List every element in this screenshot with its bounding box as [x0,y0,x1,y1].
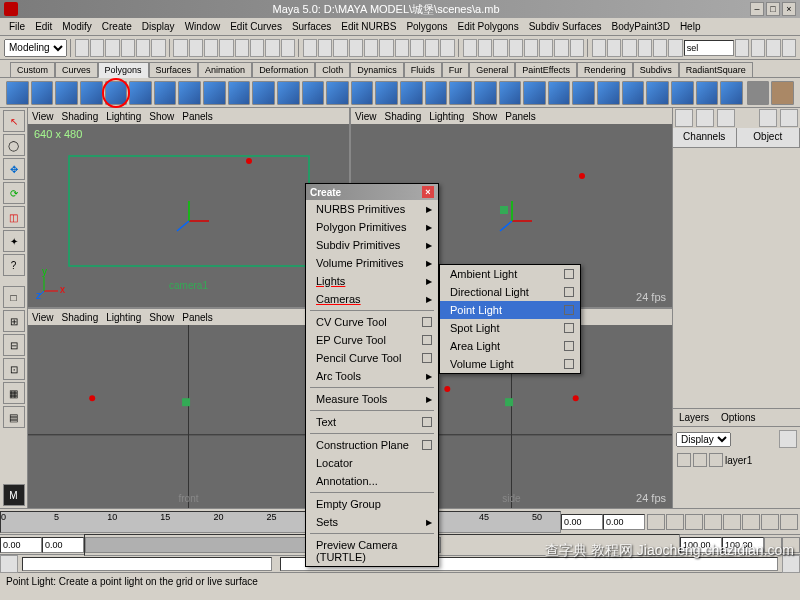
shelf-tab-cloth[interactable]: Cloth [315,62,350,77]
toolbar-button[interactable] [570,39,584,57]
toolbar-button[interactable] [235,39,249,57]
current-time-field[interactable] [561,514,603,530]
menu-item-lights[interactable]: Lights▶ [306,272,438,290]
scale-tool-icon[interactable]: ◫ [3,206,25,228]
vp-menu-view[interactable]: View [32,111,54,122]
menu-item-subdiv-primitives[interactable]: Subdiv Primitives▶ [306,236,438,254]
menu-edit-polygons[interactable]: Edit Polygons [453,19,524,34]
option-box-icon[interactable] [422,335,432,345]
menu-item-area-light[interactable]: Area Light [440,337,580,355]
rotate-tool-icon[interactable]: ⟳ [3,182,25,204]
shelf-tab-surfaces[interactable]: Surfaces [149,62,199,77]
maximize-button[interactable]: □ [766,2,780,16]
shelf-tool-icon[interactable] [572,81,595,105]
shelf-tab-subdivs[interactable]: Subdivs [633,62,679,77]
shelf-tool-icon[interactable] [400,81,423,105]
toolbar-button[interactable] [121,39,135,57]
shelf-tool-icon[interactable] [474,81,497,105]
shelf-tool-icon[interactable] [646,81,669,105]
toolbar-button[interactable] [318,39,332,57]
shelf-tool-icon[interactable] [597,81,620,105]
range-start2-field[interactable] [42,537,84,553]
shelf-tab-curves[interactable]: Curves [55,62,98,77]
shelf-tab-deformation[interactable]: Deformation [252,62,315,77]
vp-menu-panels[interactable]: Panels [505,111,536,122]
toggle-button[interactable] [782,39,796,57]
menu-edit-curves[interactable]: Edit Curves [225,19,287,34]
layer-display-select[interactable]: Display [676,432,731,447]
option-box-icon[interactable] [422,353,432,363]
shelf-tab-general[interactable]: General [469,62,515,77]
menu-item-measure-tools[interactable]: Measure Tools▶ [306,390,438,408]
toolbar-button[interactable] [265,39,279,57]
layer-vis-toggle[interactable] [677,453,691,467]
shelf-tool-icon[interactable] [154,81,177,105]
menu-item-pencil-curve-tool[interactable]: Pencil Curve Tool [306,349,438,367]
toolbar-button[interactable] [410,39,424,57]
layer-row[interactable]: layer1 [673,451,800,469]
menu-item-construction-plane[interactable]: Construction Plane [306,436,438,454]
shelf-cone-icon[interactable] [80,81,103,105]
time-field[interactable] [603,514,645,530]
four-view-icon[interactable]: ⊞ [3,310,25,332]
forward-button[interactable] [780,514,798,530]
vp-menu-panels[interactable]: Panels [182,111,213,122]
layout-icon[interactable]: ⊟ [3,334,25,356]
menu-polygons[interactable]: Polygons [401,19,452,34]
shelf-tool-icon[interactable] [449,81,472,105]
next-key-button[interactable] [742,514,760,530]
menu-item-volume-primitives[interactable]: Volume Primitives▶ [306,254,438,272]
last-tool-icon[interactable]: ? [3,254,25,276]
menu-item-annotation-[interactable]: Annotation... [306,472,438,490]
new-layer-icon[interactable] [779,430,797,448]
menu-modify[interactable]: Modify [57,19,96,34]
shelf-tool-icon[interactable] [425,81,448,105]
menu-item-locator[interactable]: Locator [306,454,438,472]
vp-menu-shading[interactable]: Shading [385,111,422,122]
vp-menu-lighting[interactable]: Lighting [429,111,464,122]
shelf-tab-fluids[interactable]: Fluids [404,62,442,77]
lasso-tool-icon[interactable]: ◯ [3,134,25,156]
single-view-icon[interactable]: □ [3,286,25,308]
toolbar-button[interactable] [151,39,165,57]
menu-item-point-light[interactable]: Point Light [440,301,580,319]
minimize-button[interactable]: – [750,2,764,16]
menu-window[interactable]: Window [180,19,226,34]
tab-object[interactable]: Object [737,128,801,147]
panel-icon[interactable] [696,109,714,127]
menu-item-directional-light[interactable]: Directional Light [440,283,580,301]
selection-field[interactable] [684,40,734,56]
command-input[interactable] [22,557,272,571]
toolbar-button[interactable] [653,39,667,57]
toolbar-button[interactable] [425,39,439,57]
select-tool-icon[interactable]: ↖ [3,110,25,132]
vp-menu-view[interactable]: View [355,111,377,122]
menu-item-text[interactable]: Text [306,413,438,431]
shelf-sphere-icon[interactable] [6,81,29,105]
toolbar-button[interactable] [379,39,393,57]
manip-tool-icon[interactable]: ✦ [3,230,25,252]
layout4-icon[interactable]: ▤ [3,406,25,428]
shelf-tool-icon[interactable] [499,81,522,105]
toolbar-button[interactable] [136,39,150,57]
toolbar-button[interactable] [90,39,104,57]
toolbar-button[interactable] [493,39,507,57]
toolbar-button[interactable] [735,39,749,57]
option-box-icon[interactable] [564,323,574,333]
vp-menu-lighting[interactable]: Lighting [106,111,141,122]
toolbar-button[interactable] [509,39,523,57]
toolbar-button[interactable] [189,39,203,57]
panel-icon[interactable] [759,109,777,127]
shelf-tool-icon[interactable] [523,81,546,105]
toolbar-button[interactable] [638,39,652,57]
option-box-icon[interactable] [564,359,574,369]
shelf-tab-rendering[interactable]: Rendering [577,62,633,77]
menu-subdiv-surfaces[interactable]: Subdiv Surfaces [524,19,607,34]
option-box-icon[interactable] [422,317,432,327]
shelf-script-icon[interactable] [771,81,794,105]
toggle-button[interactable] [766,39,780,57]
rewind-button[interactable] [647,514,665,530]
shelf-tab-custom[interactable]: Custom [10,62,55,77]
menu-item-volume-light[interactable]: Volume Light [440,355,580,373]
menu-item-spot-light[interactable]: Spot Light [440,319,580,337]
